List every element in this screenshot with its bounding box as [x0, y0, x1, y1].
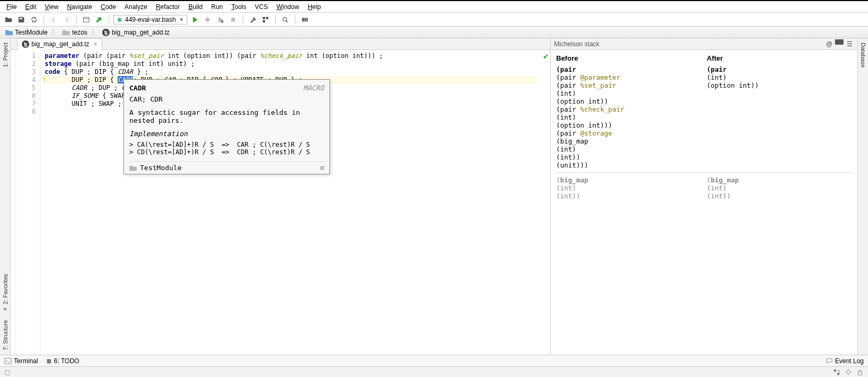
- menu-tools[interactable]: Tools: [228, 2, 250, 12]
- editor-body: 1 2 3 4 5 6 7 8 💡 parameter (pair (pair …: [11, 50, 550, 355]
- svg-line-9: [286, 20, 288, 22]
- status-left-icon[interactable]: ▢: [4, 368, 10, 376]
- at-icon[interactable]: @: [824, 39, 834, 49]
- svg-rect-13: [5, 358, 11, 364]
- svg-rect-12: [307, 18, 308, 21]
- svg-rect-11: [304, 18, 306, 21]
- breadcrumb-file[interactable]: ꜩ big_map_get_add.tz: [100, 29, 172, 36]
- main-toolbar: ▣ 449-eval-var.bash ▼: [0, 13, 868, 27]
- menu-view[interactable]: View: [42, 2, 62, 12]
- dropdown-icon: ▼: [179, 17, 184, 22]
- file-icon: ꜩ: [102, 29, 110, 36]
- code-editor[interactable]: parameter (pair (pair %set_pair int (opt…: [40, 50, 542, 355]
- breadcrumb-label: big_map_get_add.tz: [112, 29, 170, 36]
- separator: [76, 15, 77, 24]
- breadcrumb-label: TestModule: [15, 29, 47, 36]
- debug-icon[interactable]: [202, 14, 213, 25]
- sync-icon[interactable]: [29, 14, 39, 25]
- doc-description: A syntactic sugar for accessing fields i…: [129, 108, 324, 124]
- window-icon[interactable]: [81, 14, 92, 25]
- breadcrumb: TestModule 〉 tezos 〉 ꜩ big_map_get_add.t…: [0, 27, 868, 38]
- svg-rect-7: [263, 20, 265, 22]
- gear-icon[interactable]: ⚙: [320, 164, 324, 172]
- doc-impl-heading: Implementation: [129, 130, 324, 138]
- chevron-icon: 〉: [52, 28, 58, 37]
- separator: [295, 15, 295, 24]
- menu-navigate[interactable]: Navigate: [64, 2, 95, 12]
- menu-file[interactable]: File: [3, 2, 20, 12]
- folder-icon: [5, 29, 13, 36]
- stack-header: Michelson stack @ ☰: [551, 38, 857, 50]
- svg-rect-17: [858, 372, 862, 375]
- forward-icon[interactable]: [61, 14, 72, 25]
- menu-window[interactable]: Window: [273, 2, 302, 12]
- main-content: 1: Project ★ 2: Favorites 7: Structure ꜩ…: [0, 38, 868, 355]
- tool-terminal[interactable]: Terminal: [4, 357, 38, 365]
- bash-icon: ▣: [117, 16, 122, 22]
- settings-icon[interactable]: ☰: [845, 39, 854, 49]
- editor-area: ꜩ big_map_get_add.tz × 1 2 3 4 5 6 7 8 💡…: [11, 38, 550, 355]
- separator: [243, 15, 243, 24]
- before-label: Before: [556, 54, 701, 62]
- speech-icon: [825, 357, 833, 365]
- structure-icon[interactable]: [260, 14, 271, 25]
- stop-icon[interactable]: [228, 14, 238, 25]
- menu-help[interactable]: Help: [304, 2, 324, 12]
- doc-title: CADR: [129, 84, 146, 92]
- status-icon-1[interactable]: [833, 368, 840, 376]
- svg-point-8: [283, 17, 287, 21]
- stack-before: Before (pair (pair @parameter (pair %set…: [556, 54, 701, 169]
- run-icon[interactable]: [189, 14, 200, 25]
- close-icon[interactable]: ×: [94, 40, 97, 48]
- coverage-icon[interactable]: [215, 14, 226, 25]
- separator: [275, 15, 276, 24]
- svg-point-3: [221, 20, 224, 22]
- build-icon[interactable]: [94, 14, 104, 25]
- tool-structure[interactable]: 7: Structure: [1, 316, 10, 355]
- tool-todo[interactable]: ≣ 6: TODO: [46, 357, 79, 365]
- tool-database[interactable]: Database: [859, 38, 867, 72]
- back-icon[interactable]: [48, 14, 59, 25]
- run-config-selector[interactable]: ▣ 449-eval-var.bash ▼: [113, 15, 187, 24]
- doc-source[interactable]: TestModule: [129, 164, 181, 172]
- save-icon[interactable]: [16, 14, 27, 25]
- stack-after-rest: (big_map (int) (int)): [707, 176, 852, 200]
- status-bar: ▢: [0, 366, 868, 377]
- svg-rect-0: [84, 17, 89, 22]
- breadcrumb-root[interactable]: TestModule: [3, 29, 49, 36]
- svg-rect-5: [263, 16, 265, 19]
- inspection-ok-icon: ✔: [542, 50, 550, 355]
- editor-tab[interactable]: ꜩ big_map_get_add.tz ×: [17, 38, 102, 50]
- menu-edit[interactable]: Edit: [22, 2, 39, 12]
- left-sidebar: 1: Project ★ 2: Favorites 7: Structure: [0, 38, 11, 355]
- menu-refactor[interactable]: Refactor: [153, 2, 183, 12]
- menu-build[interactable]: Build: [185, 2, 206, 12]
- tool-favorites[interactable]: ★ 2: Favorites: [1, 270, 10, 316]
- file-icon: ꜩ: [22, 40, 29, 48]
- stack-before-rest: (big_map (int) (int)): [556, 176, 701, 200]
- tool-project[interactable]: 1: Project: [1, 38, 10, 71]
- menu-run[interactable]: Run: [208, 2, 226, 12]
- run-config-label: 449-eval-var.bash: [125, 16, 176, 23]
- layout-icon[interactable]: [300, 14, 310, 25]
- wrench-icon[interactable]: [247, 14, 258, 25]
- bottom-tool-bar: Terminal ≣ 6: TODO Event Log: [0, 355, 868, 366]
- breadcrumb-folder[interactable]: tezos: [60, 29, 89, 36]
- menu-vcs[interactable]: VCS: [252, 2, 271, 12]
- open-icon[interactable]: [3, 14, 14, 25]
- svg-rect-14: [834, 369, 836, 371]
- menu-analyze[interactable]: Analyze: [121, 2, 151, 12]
- svg-rect-6: [266, 16, 268, 19]
- stack-separator: [556, 172, 852, 173]
- tool-eventlog[interactable]: Event Log: [825, 357, 864, 365]
- status-icon-2[interactable]: [845, 368, 852, 376]
- doc-impl-body: > CA(\rest=[AD]+)R / S => CAR ; C(\rest)…: [129, 141, 324, 156]
- separator: [109, 15, 109, 24]
- lock-icon[interactable]: [856, 368, 864, 376]
- folder-icon: [129, 165, 137, 171]
- menu-code[interactable]: Code: [97, 2, 119, 12]
- svg-point-16: [847, 370, 850, 374]
- after-label: After: [707, 54, 852, 62]
- search-icon[interactable]: [280, 14, 291, 25]
- view-mode-icon[interactable]: [835, 39, 844, 45]
